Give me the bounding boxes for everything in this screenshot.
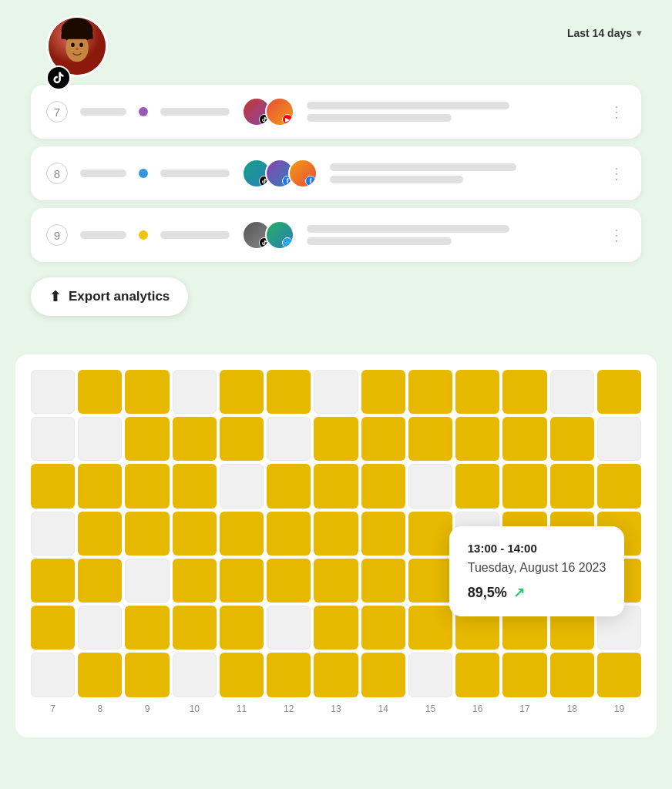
heatmap-cell[interactable] xyxy=(314,370,358,414)
heatmap-cell[interactable] xyxy=(31,559,75,603)
heatmap-cell[interactable] xyxy=(220,370,264,414)
heatmap-cell[interactable] xyxy=(78,606,122,650)
heatmap-cell[interactable] xyxy=(361,653,405,697)
heatmap-cell[interactable] xyxy=(267,512,311,556)
heatmap-cell[interactable] xyxy=(31,653,75,697)
heatmap-cell[interactable] xyxy=(502,417,546,461)
heatmap-cell[interactable] xyxy=(220,512,264,556)
more-button[interactable]: ⋮ xyxy=(609,164,626,183)
x-axis-label: 16 xyxy=(455,703,499,714)
heatmap-cell[interactable] xyxy=(173,606,217,650)
heatmap-cell[interactable] xyxy=(173,464,217,508)
heatmap-cell[interactable] xyxy=(408,559,452,603)
heatmap-cell[interactable] xyxy=(31,464,75,508)
list-container: 7 ▶ ⋮ 8 xyxy=(31,85,641,262)
text-content xyxy=(307,102,596,122)
twitter-icon: 🐦 xyxy=(282,237,293,248)
x-axis-label: 9 xyxy=(125,703,169,714)
heatmap-cell[interactable] xyxy=(408,606,452,650)
heatmap-cell[interactable] xyxy=(78,559,122,603)
heatmap-cell[interactable] xyxy=(361,464,405,508)
heatmap-cell[interactable] xyxy=(455,370,499,414)
heatmap-cell[interactable] xyxy=(78,417,122,461)
export-analytics-button[interactable]: ⬆ Export analytics xyxy=(31,277,188,316)
heatmap-cell[interactable] xyxy=(455,417,499,461)
x-axis-label: 12 xyxy=(267,703,311,714)
heatmap-cell[interactable] xyxy=(125,653,169,697)
heatmap-cell[interactable] xyxy=(267,417,311,461)
heatmap-cell[interactable] xyxy=(314,653,358,697)
heatmap-cell[interactable] xyxy=(408,512,452,556)
youtube-icon: ▶ xyxy=(282,114,293,125)
heatmap-cell[interactable] xyxy=(314,606,358,650)
heatmap-cell[interactable] xyxy=(173,653,217,697)
heatmap-cell[interactable] xyxy=(408,417,452,461)
date-filter-label: Last 14 days xyxy=(567,27,632,39)
heatmap-cell[interactable] xyxy=(173,512,217,556)
heatmap-cell[interactable] xyxy=(125,606,169,650)
more-button[interactable]: ⋮ xyxy=(609,102,626,121)
heatmap-cell[interactable] xyxy=(78,653,122,697)
heatmap-cell[interactable] xyxy=(220,464,264,508)
heatmap-cell[interactable] xyxy=(267,370,311,414)
heatmap-cell[interactable] xyxy=(220,653,264,697)
heatmap-cell[interactable] xyxy=(78,464,122,508)
heatmap-cell[interactable] xyxy=(361,370,405,414)
heatmap-cell[interactable] xyxy=(361,417,405,461)
heatmap-cell[interactable] xyxy=(550,653,594,697)
heatmap-cell[interactable] xyxy=(125,370,169,414)
heatmap-cell[interactable] xyxy=(550,417,594,461)
date-filter[interactable]: Last 14 days ▾ xyxy=(567,27,641,39)
heatmap-cell[interactable] xyxy=(361,606,405,650)
more-button[interactable]: ⋮ xyxy=(609,226,626,244)
heatmap-cell[interactable] xyxy=(31,417,75,461)
heatmap-section: 78910111213141516171819 13:00 - 14:00 Tu… xyxy=(15,354,657,737)
heatmap-cell[interactable] xyxy=(408,370,452,414)
heatmap-cell[interactable] xyxy=(31,370,75,414)
heatmap-cell[interactable] xyxy=(361,559,405,603)
tooltip-value: 89,5% ↗ xyxy=(468,584,606,601)
heatmap-cell[interactable] xyxy=(455,653,499,697)
heatmap-cell[interactable] xyxy=(267,606,311,650)
heatmap-cell[interactable] xyxy=(314,464,358,508)
heatmap-cell[interactable] xyxy=(597,464,641,508)
avatar: 🐦 xyxy=(265,220,294,250)
heatmap-cell[interactable] xyxy=(220,417,264,461)
heatmap-cell[interactable] xyxy=(314,512,358,556)
tooltip-date: Tuesday, August 16 2023 xyxy=(468,561,606,575)
heatmap-cell[interactable] xyxy=(173,559,217,603)
heatmap-cell[interactable] xyxy=(502,653,546,697)
heatmap-cell[interactable] xyxy=(173,417,217,461)
heatmap-cell[interactable] xyxy=(550,370,594,414)
heatmap-cell[interactable] xyxy=(125,464,169,508)
heatmap-cell[interactable] xyxy=(502,370,546,414)
heatmap-cell[interactable] xyxy=(125,512,169,556)
heatmap-cell[interactable] xyxy=(597,370,641,414)
heatmap-cell[interactable] xyxy=(408,653,452,697)
heatmap-cell[interactable] xyxy=(408,464,452,508)
heatmap-cell[interactable] xyxy=(220,559,264,603)
heatmap-cell[interactable] xyxy=(597,417,641,461)
heatmap-cell[interactable] xyxy=(125,417,169,461)
heatmap-cell[interactable] xyxy=(173,370,217,414)
export-label: Export analytics xyxy=(69,289,170,304)
heatmap-cell[interactable] xyxy=(267,653,311,697)
heatmap-cell[interactable] xyxy=(220,606,264,650)
heatmap-cell[interactable] xyxy=(31,512,75,556)
text-content xyxy=(330,163,596,183)
heatmap-cell[interactable] xyxy=(314,417,358,461)
heatmap-cell[interactable] xyxy=(78,512,122,556)
heatmap-cell[interactable] xyxy=(597,653,641,697)
heatmap-cell[interactable] xyxy=(314,559,358,603)
heatmap-x-axis: 78910111213141516171819 xyxy=(31,703,641,714)
heatmap-cell[interactable] xyxy=(502,464,546,508)
tooltip-time: 13:00 - 14:00 xyxy=(468,542,606,555)
heatmap-cell[interactable] xyxy=(31,606,75,650)
heatmap-cell[interactable] xyxy=(267,464,311,508)
heatmap-cell[interactable] xyxy=(78,370,122,414)
heatmap-cell[interactable] xyxy=(267,559,311,603)
heatmap-cell[interactable] xyxy=(550,464,594,508)
heatmap-cell[interactable] xyxy=(455,464,499,508)
heatmap-cell[interactable] xyxy=(361,512,405,556)
heatmap-cell[interactable] xyxy=(125,559,169,603)
